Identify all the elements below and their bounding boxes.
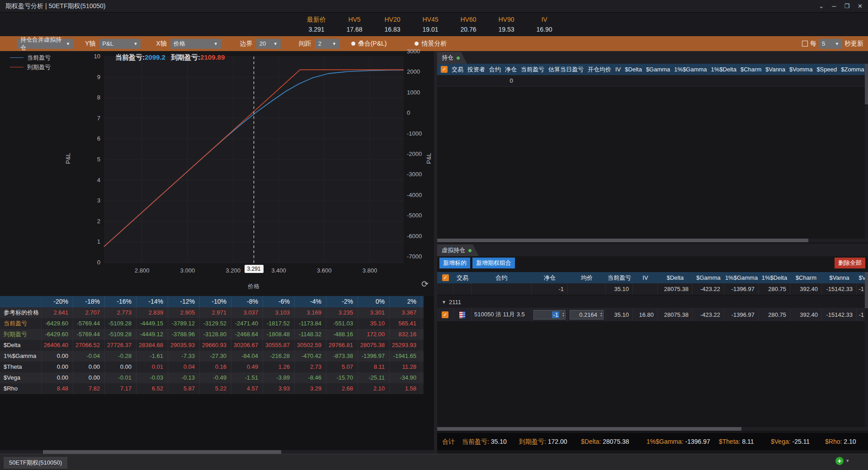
add-underlying-button[interactable]: 新增标的 [439, 258, 470, 268]
price-cell: 0.2164▲▼ [568, 308, 606, 321]
chevron-down-icon: ▼ [832, 42, 839, 46]
select-all-checkbox[interactable]: ✓ [441, 66, 448, 73]
y-axis-left-tick: 5 [82, 156, 100, 163]
scrollbar-thumb[interactable] [865, 64, 868, 104]
column-header: $Vomma [789, 66, 812, 73]
net-position-stepper[interactable]: -1▲▼ [533, 310, 566, 320]
group-row-2111[interactable]: ▼ 2111 [437, 296, 868, 308]
stepper-arrows[interactable]: ▲▼ [562, 310, 565, 319]
total-item-label: $Rho: [825, 438, 844, 445]
select-all-checkbox[interactable]: ✓ [442, 274, 449, 281]
overlay-radio-label: 叠合(P&L) [358, 40, 387, 48]
horizontal-scrollbar[interactable] [0, 450, 434, 454]
table-cell: -0.49 [200, 372, 231, 383]
y-axis-select[interactable]: P&L▼ [99, 39, 141, 49]
minimize-icon[interactable]: ─ [832, 3, 836, 9]
x-axis-select[interactable]: 价格▼ [170, 39, 221, 49]
legend-item: 当前盈亏 [10, 53, 51, 62]
status-tab[interactable]: 50ETF期权(510050) [4, 457, 67, 469]
column-header: $Charm [790, 272, 822, 283]
x-axis-title: 价格 [248, 282, 259, 291]
total-item: $Vega: -25.11 [771, 433, 810, 450]
legend-item: 到期盈亏 [10, 62, 51, 72]
close-icon[interactable]: ✕ [858, 3, 863, 9]
table-cell: -3129.52 [200, 318, 231, 329]
table-cell: 30502.59 [295, 340, 326, 351]
stat-item: IV16.90 [525, 14, 563, 34]
position-mode-select[interactable]: 持仓合并虚拟持仓▼ [17, 39, 73, 49]
virtual-option-row[interactable]: ✓510050 沽 11月 3.5-1▲▼0.2164▲▼35.1016.802… [437, 308, 868, 321]
total-item-label: 当前盈亏: [462, 438, 491, 445]
table-row: 参考标的价格2.6412.7072.7732.8392.9052.9713.03… [0, 307, 424, 318]
tab-virtual-positions[interactable]: 虚拟持仓 [437, 244, 479, 256]
add-option-combo-button[interactable]: 新增期权组合 [472, 258, 515, 268]
stepper-arrows[interactable]: ▲▼ [600, 310, 603, 319]
overlay-radio[interactable]: 叠合(P&L) [351, 40, 387, 48]
scrollbar-thumb[interactable] [437, 427, 741, 431]
row-checkbox[interactable]: ✓ [437, 308, 453, 321]
corner-cell [0, 296, 42, 307]
price-stepper[interactable]: 0.2164▲▼ [570, 310, 604, 320]
total-item: 到期盈亏: 172.00 [519, 433, 567, 450]
scrollbar-thumb[interactable] [437, 239, 808, 242]
toolbar: 持仓合并虚拟持仓▼ Y轴 P&L▼ X轴 价格▼ 边界 20▼ 间距 2▼ 叠合… [0, 36, 868, 51]
chevron-down-icon[interactable]: ⌄ [819, 3, 824, 9]
table-cell: -2468.64 [231, 329, 263, 340]
add-icon[interactable]: + [835, 457, 844, 465]
table-cell: 2.971 [200, 307, 231, 318]
row-label: $Theta [0, 362, 42, 372]
radio-icon [415, 42, 419, 46]
table-cell: 0.00 [42, 351, 73, 362]
maximize-icon[interactable]: ❐ [844, 3, 849, 9]
crosshair-price-tooltip: 3.291 [244, 265, 263, 273]
panel-splitter[interactable] [434, 51, 437, 454]
tab-positions-label: 持仓 [442, 54, 453, 62]
positions-tab-strip [437, 51, 868, 64]
refresh-icon[interactable]: ⟳ [420, 279, 430, 290]
y-axis-right-tick: -3000 [407, 171, 422, 178]
virtual-table-header: ✓交易合约净仓均价当前盈亏IV$Delta$Gamma1%$Gamma1%$De… [437, 272, 868, 283]
readout-current-value: 2099.2 [145, 53, 165, 61]
column-header: $Delta [658, 272, 693, 283]
scrollbar-thumb[interactable] [43, 450, 281, 454]
table-cell: -5109.28 [105, 318, 137, 329]
contract-flag-icon [453, 308, 472, 321]
column-header: 当前盈亏 [521, 66, 544, 74]
column-header: -16% [105, 296, 137, 307]
total-item: $Delta: 28075.38 [581, 433, 629, 450]
scrollbar-thumb[interactable] [865, 272, 868, 308]
y-axis-left-tick: 8 [82, 94, 100, 101]
green-dot-icon [457, 56, 460, 60]
vertical-scrollbar[interactable] [865, 64, 868, 239]
chart-legend: 当前盈亏到期盈亏 [10, 53, 51, 72]
net-position-value: 0 [505, 75, 518, 87]
summary-cell [633, 283, 658, 295]
chevron-down-icon[interactable]: ▾ [846, 458, 849, 464]
checkbox-icon: ✓ [442, 311, 448, 318]
table-cell: -1.51 [231, 372, 263, 383]
delete-all-button[interactable]: 删除全部 [835, 258, 865, 268]
positions-table-header: ✓交易投资者合约净仓当前盈亏估算当日盈亏开仓均价IV$Delta$Gamma1%… [437, 64, 868, 75]
boundary-select[interactable]: 20▼ [256, 39, 281, 49]
flag-stripe [459, 311, 462, 318]
auto-refresh-checkbox[interactable] [802, 41, 808, 47]
table-cell: -6429.60 [42, 318, 73, 329]
vertical-scrollbar[interactable] [865, 272, 868, 427]
table-cell: 2.68 [326, 383, 358, 394]
horizontal-scrollbar[interactable] [437, 239, 868, 242]
table-cell: -1396.97 [358, 351, 390, 362]
column-header: 合约 [489, 66, 501, 74]
option-cell: 28075.38 [658, 308, 693, 321]
totals-label: 合计 [442, 433, 455, 450]
table-cell: 26406.40 [42, 340, 73, 351]
interval-select[interactable]: 2▼ [315, 39, 340, 49]
legend-line-icon [10, 67, 24, 67]
horizontal-scrollbar[interactable] [437, 427, 868, 431]
column-header: IV [633, 272, 658, 283]
column-header: $Charm [741, 66, 761, 73]
scenario-radio[interactable]: 情景分析 [415, 40, 447, 48]
stat-label: HV60 [449, 14, 487, 25]
positions-table-row[interactable]: 0 [437, 75, 868, 87]
summary-cell: -1396.97 [724, 283, 759, 295]
refresh-seconds-select[interactable]: 5▼ [819, 39, 842, 49]
